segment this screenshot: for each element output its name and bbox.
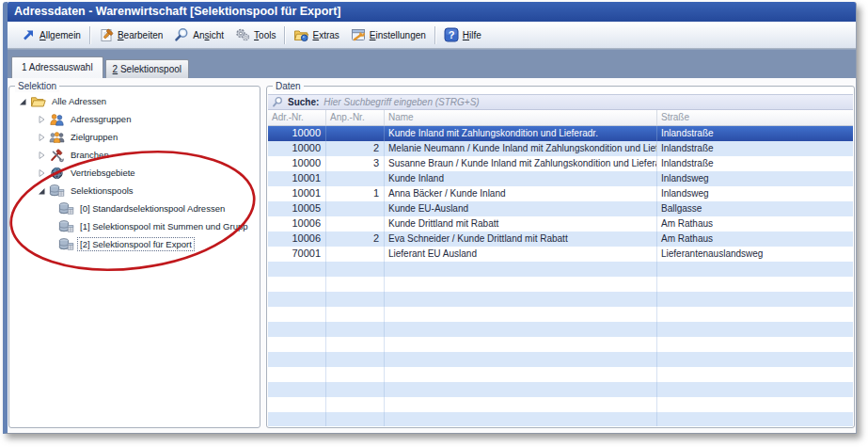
table-row-empty[interactable]	[268, 277, 853, 292]
app-window: Adressdaten - Warenwirtschaft [Selektion…	[3, 2, 857, 434]
settings-window-icon	[351, 27, 366, 42]
table-row-empty[interactable]	[268, 352, 853, 367]
cell-adr-nr	[268, 397, 326, 412]
table-row-empty[interactable]	[268, 337, 853, 352]
table-row[interactable]: 100002Melanie Neumann / Kunde Inland mit…	[268, 141, 853, 156]
cell-name	[385, 322, 657, 337]
cell-name	[385, 352, 657, 367]
search-bar[interactable]: Suche: Hier Suchbegriff eingeben (STRG+S…	[268, 94, 853, 110]
tree-item-zielgruppen[interactable]: Zielgruppen	[9, 128, 260, 146]
table-row[interactable]: 70001Lieferant EU AuslandLieferantenausl…	[268, 247, 853, 262]
table-row[interactable]: 100011Anna Bäcker / Kunde InlandInlandsw…	[268, 186, 853, 201]
table-row-empty[interactable]	[268, 397, 853, 412]
table-row-empty[interactable]	[268, 382, 853, 397]
cell-stra-e: Am Rathaus	[657, 216, 853, 231]
cell-adr-nr	[268, 412, 326, 426]
tree-expander-closed-icon[interactable]	[36, 150, 47, 161]
cell-stra-e	[657, 337, 853, 352]
cell-name	[385, 307, 657, 322]
tree-expander-closed-icon[interactable]	[36, 168, 47, 179]
cell-stra-e	[657, 412, 853, 426]
toolbar-item-allgemein[interactable]: Allgemein	[15, 24, 87, 45]
cell-anp-nr	[326, 367, 385, 382]
tree-item-2-selektionspool-f-r-export[interactable]: [2] Selektionspool für Export	[9, 235, 260, 253]
table-row-empty[interactable]	[268, 307, 853, 322]
toolbar-item-label: Allgemein	[39, 30, 81, 40]
cell-name	[385, 337, 657, 352]
table-row-empty[interactable]	[268, 292, 853, 307]
folder-extras-icon	[293, 27, 308, 42]
table-row-empty[interactable]	[268, 412, 853, 426]
hammer-page-icon	[99, 27, 114, 42]
tree-item-adressgruppen[interactable]: Adressgruppen	[9, 110, 260, 128]
daten-groupbox: Daten Suche: Hier Suchbegriff eingeben (…	[266, 86, 855, 428]
toolbar-item-label: Ansicht	[193, 30, 224, 40]
toolbar: AllgemeinBearbeitenAnsichtToolsExtrasEin…	[8, 22, 856, 49]
tree-expander-open-icon[interactable]	[17, 96, 28, 107]
table-row[interactable]: 100062Eva Schneider / Kunde Drittland mi…	[268, 231, 853, 247]
table-row[interactable]: 10001Kunde InlandInlandsweg	[268, 171, 853, 186]
table-row[interactable]: 10005Kunde EU-AuslandBallgasse	[268, 201, 853, 216]
table-row[interactable]: 100003Susanne Braun / Kunde Inland mit Z…	[268, 156, 853, 171]
database-icon	[49, 184, 65, 199]
expander-spacer	[45, 221, 56, 232]
expander-spacer	[45, 203, 56, 215]
column-header-adr-nr[interactable]: Adr.-Nr.	[268, 110, 326, 125]
toolbar-item-hilfe[interactable]: ?Hilfe	[438, 24, 487, 45]
toolbar-item-label: Hilfe	[463, 30, 481, 40]
tree-item-0-standardselektionspool-adressen[interactable]: [0] Standardselektionspool Adressen	[9, 200, 260, 217]
toolbar-item-einstellungen[interactable]: Einstellungen	[345, 24, 432, 45]
table-row-empty[interactable]	[268, 367, 853, 382]
cell-stra-e	[657, 322, 853, 337]
tree-item-alle-adressen[interactable]: Alle Adressen	[9, 92, 260, 110]
tree-item-vertriebsgebiete[interactable]: Vertriebsgebiete	[9, 164, 260, 182]
search-icon	[272, 96, 284, 108]
cell-adr-nr	[268, 277, 326, 292]
cell-stra-e	[657, 382, 853, 397]
cell-name	[385, 277, 657, 292]
toolbar-item-label: Bearbeiten	[118, 30, 163, 40]
column-header-anp-nr[interactable]: Anp.-Nr.	[326, 110, 385, 125]
tree-expander-closed-icon[interactable]	[36, 114, 47, 125]
cell-adr-nr: 10000	[268, 141, 326, 156]
table-row[interactable]: 10000Kunde Inland mit Zahlungskondition …	[268, 126, 853, 141]
tree-item-label: [1] Selektionspool mit Summen und Grupp	[78, 220, 249, 232]
tree-expander-open-icon[interactable]	[36, 185, 47, 197]
toolbar-item-ansicht[interactable]: Ansicht	[168, 24, 229, 45]
cell-name: Eva Schneider / Kunde Drittland mit Raba…	[385, 231, 657, 247]
tree-item-branchen[interactable]: Branchen	[9, 146, 260, 164]
cell-name: Anna Bäcker / Kunde Inland	[385, 186, 657, 201]
column-header-stra-e[interactable]: Straße	[657, 110, 853, 125]
cell-stra-e: Am Rathaus	[657, 231, 853, 247]
tree-item-label: Branchen	[69, 149, 111, 161]
title-bar: Adressdaten - Warenwirtschaft [Selektion…	[8, 2, 856, 22]
cell-adr-nr	[268, 352, 326, 367]
toolbar-item-tools[interactable]: Tools	[229, 24, 281, 45]
data-grid: Adr.-Nr.Anp.-Nr.NameStraße 10000Kunde In…	[268, 110, 853, 426]
cell-adr-nr: 70001	[268, 247, 326, 262]
cell-anp-nr	[326, 307, 385, 322]
toolbar-item-extras[interactable]: Extras	[288, 24, 344, 45]
cell-stra-e: Inlandstraße	[657, 141, 853, 156]
tab-2-selektionspool[interactable]: 2 Selektionspool	[105, 59, 189, 78]
table-row-empty[interactable]	[268, 262, 853, 277]
cell-name: Kunde Inland mit Zahlungskondition und L…	[385, 126, 657, 141]
table-row-empty[interactable]	[268, 322, 853, 337]
toolbar-item-label: Tools	[254, 30, 276, 40]
tree-item-selektionspools[interactable]: Selektionspools	[9, 182, 260, 200]
table-row[interactable]: 10006Kunde Drittland mit RabattAm Rathau…	[268, 216, 853, 231]
cell-anp-nr: 2	[326, 231, 385, 247]
column-header-name[interactable]: Name	[385, 110, 657, 125]
database-icon	[58, 237, 74, 252]
tree-expander-closed-icon[interactable]	[36, 132, 47, 143]
cell-name	[385, 412, 657, 426]
toolbar-item-bearbeiten[interactable]: Bearbeiten	[93, 24, 168, 45]
tree-item-label: Adressgruppen	[69, 113, 133, 125]
cell-stra-e	[657, 307, 853, 322]
cell-anp-nr	[326, 277, 385, 292]
cell-adr-nr: 10000	[268, 126, 326, 141]
selektion-tree: Alle AdressenAdressgruppenZielgruppenBra…	[9, 87, 260, 427]
tree-item-1-selektionspool-mit-summen-und-grupp[interactable]: [1] Selektionspool mit Summen und Grupp	[9, 217, 260, 235]
people-pair-icon	[49, 112, 65, 127]
tab-1-adressauswahl[interactable]: 1 Adressauswahl	[11, 56, 103, 78]
